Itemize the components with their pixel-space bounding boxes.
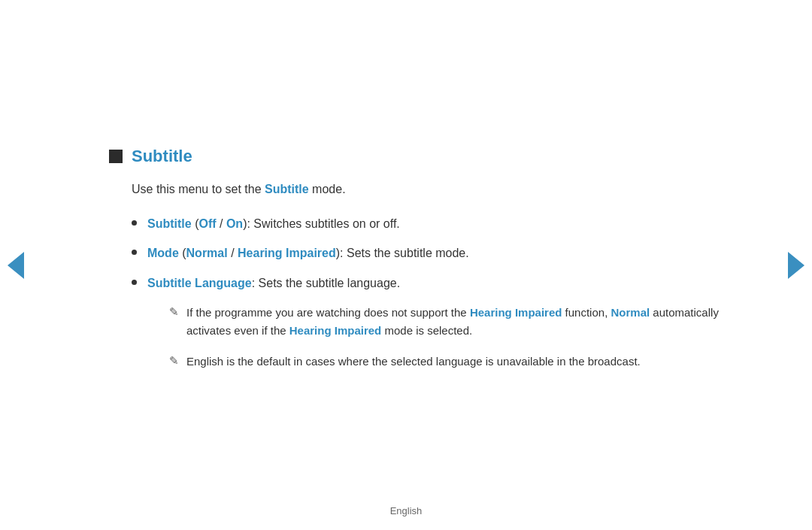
bullet-2-slash: / (228, 247, 238, 259)
section-title: Subtitle (132, 147, 192, 166)
bullet-1-off: Off (198, 217, 216, 230)
bullet-2-hearing: Hearing Impaired (238, 247, 336, 259)
bullet-2-text: Mode (Normal / Hearing Impaired): Sets t… (147, 244, 469, 263)
bullet-1-rest: ): Switches subtitles on or off. (243, 217, 400, 230)
footer-language: English (390, 505, 423, 516)
note-block-1: ✎ If the programme you are watching does… (169, 304, 726, 341)
bullet-2-rest: ): Sets the subtitle mode. (336, 247, 469, 259)
intro-text-after: mode. (309, 183, 346, 195)
note-icon-1: ✎ (169, 305, 179, 319)
page-container: Subtitle Use this menu to set the Subtit… (0, 0, 812, 530)
intro-paragraph: Use this menu to set the Subtitle mode. (132, 180, 726, 199)
bullet-3-text: Subtitle Language: Sets the subtitle lan… (147, 274, 400, 293)
note-icon-2: ✎ (169, 354, 179, 368)
bullet-item-mode: Mode (Normal / Hearing Impaired): Sets t… (132, 244, 726, 263)
note-1-highlight2: Normal (611, 306, 650, 319)
bullet-dot-2 (132, 250, 137, 255)
section-icon-square (109, 150, 123, 163)
bullet-dot-3 (132, 280, 137, 285)
bullet-1-slash: / (217, 217, 226, 230)
note-1-highlight3: Hearing Impaired (289, 324, 382, 337)
bullet-item-subtitle: Subtitle (Off / On): Switches subtitles … (132, 214, 726, 234)
bullet-2-normal: Normal (186, 247, 228, 259)
intro-text-before: Use this menu to set the (132, 183, 265, 195)
note-block-2: ✎ English is the default in cases where … (169, 353, 726, 371)
bullet-3-rest: : Sets the subtitle language. (252, 277, 400, 289)
note-1-text: If the programme you are watching does n… (186, 304, 726, 341)
bullet-item-language: Subtitle Language: Sets the subtitle lan… (132, 274, 726, 293)
bullet-list: Subtitle (Off / On): Switches subtitles … (132, 214, 726, 293)
prev-arrow[interactable] (8, 252, 24, 279)
note-2-text: English is the default in cases where th… (186, 353, 641, 371)
bullet-3-label: Subtitle Language (147, 277, 252, 289)
bullet-1-text: Subtitle (Off / On): Switches subtitles … (147, 214, 400, 234)
bullet-dot-1 (132, 220, 137, 226)
bullet-1-label: Subtitle (147, 217, 192, 230)
next-arrow[interactable] (788, 252, 804, 279)
section-title-row: Subtitle (109, 147, 726, 166)
intro-highlight: Subtitle (265, 183, 309, 195)
note-1-highlight1: Hearing Impaired (470, 306, 562, 319)
bullet-1-on: On (226, 217, 243, 230)
main-content: Subtitle Use this menu to set the Subtit… (79, 132, 756, 398)
bullet-2-label: Mode (147, 247, 179, 259)
